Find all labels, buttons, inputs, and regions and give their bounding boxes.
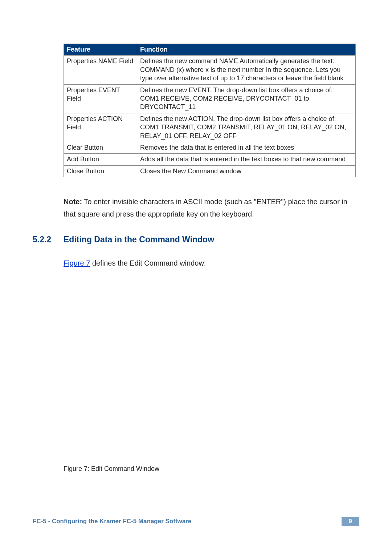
body-paragraph: Figure 7 defines the Edit Command window…: [64, 257, 359, 269]
section-title: Editing Data in the Command Window: [64, 235, 214, 245]
cell-feature: Close Button: [64, 165, 137, 177]
table-row: Properties ACTION Field Defines the new …: [64, 113, 356, 142]
table-row: Properties NAME Field Defines the new co…: [64, 56, 356, 84]
cell-function: Removes the data that is entered in all …: [137, 142, 356, 153]
figure-caption: Figure 7: Edit Command Window: [64, 465, 359, 473]
cell-feature: Clear Button: [64, 142, 137, 153]
table-header-feature: Feature: [64, 44, 137, 56]
cell-function: Closes the New Command window: [137, 165, 356, 177]
section-number: 5.2.2: [33, 235, 64, 245]
table-row: Properties EVENT Field Defines the new E…: [64, 84, 356, 113]
note-label: Note:: [64, 198, 82, 206]
page-footer: FC-5 - Configuring the Kramer FC-5 Manag…: [33, 517, 359, 526]
note-paragraph: Note: To enter invisible characters in A…: [64, 195, 359, 220]
cell-function: Adds all the data that is entered in the…: [137, 154, 356, 165]
table-header-function: Function: [137, 44, 356, 56]
cell-function: Defines the new ACTION. The drop-down li…: [137, 113, 356, 142]
cell-feature: Add Button: [64, 154, 137, 165]
feature-function-table: Feature Function Properties NAME Field D…: [64, 44, 356, 177]
table-row: Clear Button Removes the data that is en…: [64, 142, 356, 153]
figure-7-link[interactable]: Figure 7: [64, 259, 90, 267]
page-number: 9: [342, 517, 359, 526]
note-text: To enter invisible characters in ASCII m…: [64, 198, 347, 218]
section-heading: 5.2.2 Editing Data in the Command Window: [33, 235, 359, 245]
cell-feature: Properties ACTION Field: [64, 113, 137, 142]
cell-feature: Properties EVENT Field: [64, 84, 137, 113]
cell-function: Defines the new EVENT. The drop-down lis…: [137, 84, 356, 113]
footer-title: FC-5 - Configuring the Kramer FC-5 Manag…: [33, 518, 191, 525]
table-row: Add Button Adds all the data that is ent…: [64, 154, 356, 165]
cell-function: Defines the new command NAME Automatical…: [137, 56, 356, 84]
table-row: Close Button Closes the New Command wind…: [64, 165, 356, 177]
body-after-link: defines the Edit Command window:: [90, 259, 206, 267]
cell-feature: Properties NAME Field: [64, 56, 137, 84]
